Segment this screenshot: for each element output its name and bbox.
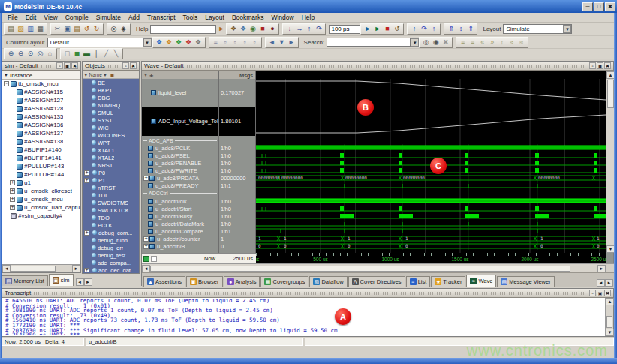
cut-icon[interactable]: ✂: [53, 24, 62, 34]
menu-view[interactable]: View: [40, 14, 61, 21]
scroll-down-icon[interactable]: ▼: [606, 329, 614, 336]
objects-item[interactable]: PCLK: [83, 221, 139, 229]
insert-group-icon[interactable]: ▫: [221, 38, 230, 47]
tab-list[interactable]: ≡List: [406, 276, 431, 287]
chevron-down-icon[interactable]: ▼: [143, 38, 152, 47]
layout-combobox[interactable]: Simulate ▼: [503, 24, 572, 34]
cursor-lock-icon[interactable]: [143, 256, 149, 262]
run-icon[interactable]: ►: [363, 24, 372, 34]
search-prev-icon[interactable]: ◎: [421, 38, 431, 47]
menu-layout[interactable]: Layout: [201, 14, 228, 21]
objects-filter-bar[interactable]: ▼ Name ▼ ▣: [83, 71, 139, 79]
close-icon[interactable]: ✖: [71, 62, 78, 69]
zoom-mode-icon[interactable]: ◼: [72, 49, 82, 59]
tab-browser[interactable]: ▣Browser: [186, 276, 223, 287]
tab-analysis[interactable]: ●Analysis: [224, 276, 260, 287]
tree-item[interactable]: #ASSIGN#127: [2, 96, 80, 104]
objects-item[interactable]: XTAL1: [83, 146, 139, 154]
wave-signal-name[interactable]: u_adcctrl/Compare: [142, 227, 218, 235]
wave-signal-name[interactable]: +u_adc8/PRDATA: [142, 174, 218, 182]
undock-icon[interactable]: ▣: [64, 62, 71, 69]
menu-edit[interactable]: Edit: [22, 14, 41, 21]
search-input[interactable]: [327, 38, 411, 47]
tree-item[interactable]: #BUFIF1#141: [2, 154, 80, 162]
tab-tracker[interactable]: ★Tracker: [431, 276, 465, 287]
maximize-icon[interactable]: □: [594, 2, 604, 11]
toggle-leaf-icon[interactable]: ↕: [497, 38, 507, 47]
open-folder-icon[interactable]: ▨: [16, 24, 26, 34]
objects-item[interactable]: NUMIRQ: [83, 101, 139, 109]
menu-transcript[interactable]: Transcript: [143, 14, 179, 21]
zoom-range-icon[interactable]: ◎: [35, 49, 45, 59]
wave-signal-name[interactable]: u_adcctrl/Start: [142, 205, 218, 212]
wave-signal-names-column[interactable]: ▼✚liquid_levelADC_Input_Voltage_ToFADC_A…: [142, 71, 218, 253]
tab-scroll-left-icon[interactable]: ◄: [597, 279, 605, 287]
wave-signal-name[interactable]: u_adcctrl/Busy: [142, 212, 218, 220]
tree-item[interactable]: #ASSIGN#138: [2, 137, 80, 146]
wave-signal-name[interactable]: liquid_level: [142, 79, 218, 107]
tree-item[interactable]: #ASSIGN#135: [2, 113, 80, 121]
tree-item[interactable]: +u_cmsdk_uart_captu...: [2, 203, 80, 212]
edit-grid-icon[interactable]: ▫: [240, 38, 250, 47]
expand-icon[interactable]: +: [143, 236, 149, 242]
objects-item[interactable]: +P0: [83, 169, 139, 176]
wave-signal-name[interactable]: u_adc8/PSEL: [142, 152, 218, 159]
scroll-right-icon[interactable]: ►: [72, 265, 80, 272]
menu-help[interactable]: Help: [298, 14, 318, 21]
print-icon[interactable]: ▦: [35, 24, 45, 34]
tab-scroll-right-icon[interactable]: ►: [605, 279, 613, 287]
insert-cursor-icon[interactable]: ↷: [419, 24, 429, 34]
menu-add[interactable]: Add: [125, 14, 143, 21]
objects-item[interactable]: +debug_com...: [83, 229, 139, 236]
expand-icon[interactable]: +: [10, 188, 15, 194]
tree-item[interactable]: +u_cmsdk_mcu: [2, 195, 80, 203]
expand-icon[interactable]: +: [84, 268, 89, 273]
step-out-icon[interactable]: ↑: [304, 24, 314, 34]
objects-item[interactable]: SWCLKTCK: [83, 206, 139, 214]
tab-cover-directives[interactable]: ΛCover Directives: [348, 276, 405, 287]
restart-icon[interactable]: ↺: [392, 24, 402, 34]
drag-grip[interactable]: [187, 65, 585, 68]
objects-item[interactable]: nTRST: [83, 184, 139, 191]
tree-item[interactable]: #BUFIF1#140: [2, 146, 80, 154]
tab-message-viewer[interactable]: ▤Message Viewer: [497, 276, 554, 287]
close-icon[interactable]: ✖: [604, 62, 611, 69]
tree-item[interactable]: #ASSIGN#115: [2, 88, 80, 96]
wave-signal-name[interactable]: u_adcctrl/DataMark: [142, 220, 218, 227]
objects-item[interactable]: WICLINES: [83, 131, 139, 139]
undock-icon[interactable]: ▣: [597, 290, 603, 296]
wave-signal-name[interactable]: u_adc8/PWRITE: [142, 167, 218, 174]
help-go-icon[interactable]: ►: [216, 24, 226, 34]
scroll-left-icon[interactable]: ◄: [142, 265, 150, 272]
edit-format-icon[interactable]: ▫: [250, 38, 260, 47]
scroll-thumb[interactable]: [150, 266, 570, 272]
insert-divider-icon[interactable]: ≡: [211, 38, 221, 47]
wave-timeline[interactable]: 0 us500 us1000 us1500 us2000 us2500 us: [256, 253, 606, 263]
search-next-icon[interactable]: ◉: [431, 38, 441, 47]
delete-wave-icon[interactable]: ❖: [184, 38, 194, 47]
objects-item[interactable]: BKPT: [83, 86, 139, 94]
menu-compile[interactable]: Compile: [62, 14, 92, 21]
objects-item[interactable]: debug_runn...: [83, 236, 139, 244]
objects-item[interactable]: debug_test...: [83, 251, 139, 259]
wave-options-icon[interactable]: ❖: [194, 38, 203, 47]
insert-marker-icon[interactable]: ▫: [230, 38, 240, 47]
drag-grip[interactable]: [41, 65, 53, 68]
tree-item[interactable]: #ASSIGN#128: [2, 104, 80, 113]
tree-item[interactable]: -tb_cmsdk_mcu: [2, 80, 80, 88]
expand-icon[interactable]: +: [84, 178, 89, 183]
select-mode-icon[interactable]: ◻: [62, 49, 72, 59]
expand-icon[interactable]: +: [84, 230, 89, 236]
collapse-icon[interactable]: -: [4, 81, 9, 86]
paste-icon[interactable]: ▤: [72, 24, 82, 34]
tree-item[interactable]: #PULLUP#144: [2, 170, 80, 179]
close-icon[interactable]: ✖: [130, 62, 137, 69]
unfold-icon[interactable]: ❖: [164, 38, 174, 47]
drag-grip[interactable]: [34, 292, 585, 295]
objects-item[interactable]: WIC: [83, 124, 139, 131]
scroll-right-icon[interactable]: ►: [597, 265, 606, 272]
expand-icon[interactable]: +: [84, 170, 89, 176]
sim-horizontal-scrollbar[interactable]: ◄ ►: [2, 264, 80, 272]
options-icon[interactable]: ▣: [110, 72, 114, 78]
objects-item[interactable]: XTAL2: [83, 154, 139, 161]
